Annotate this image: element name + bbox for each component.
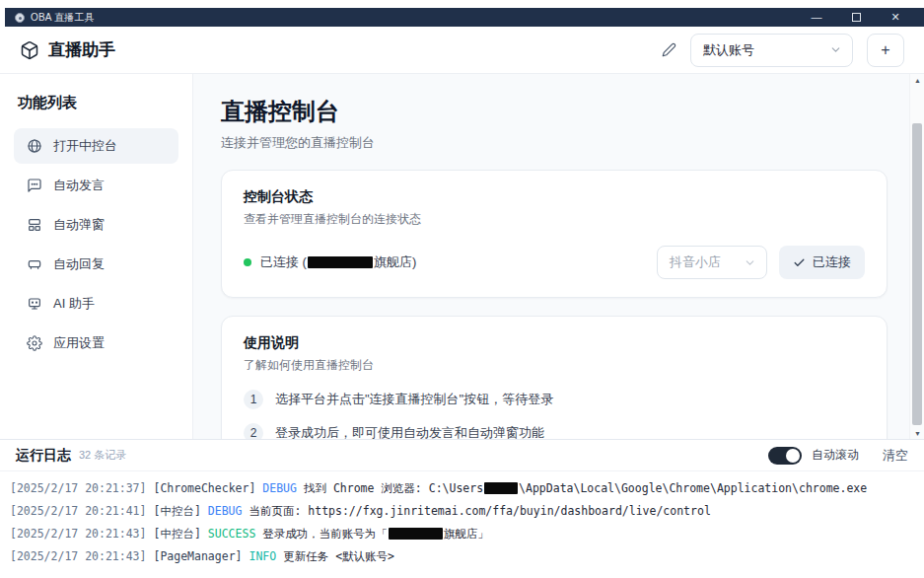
content-subtitle: 连接并管理您的直播控制台 <box>221 134 893 152</box>
status-card-heading: 控制台状态 <box>244 188 865 206</box>
sidebar-heading: 功能列表 <box>18 94 175 112</box>
log-timestamp: [2025/2/17 20:21:37] <box>10 481 146 495</box>
log-timestamp: [2025/2/17 20:21:41] <box>10 504 146 518</box>
sidebar-item-auto-reply[interactable]: 自动回复 <box>14 247 178 282</box>
sidebar-item-auto-popup[interactable]: 自动弹窗 <box>14 207 178 243</box>
sidebar-item-label: 打开中控台 <box>53 137 117 155</box>
step-text: 登录成功后，即可使用自动发言和自动弹窗功能 <box>275 424 544 439</box>
log-timestamp: [2025/2/17 20:21:43] <box>10 549 146 563</box>
clear-log-button[interactable]: 清空 <box>883 447 908 465</box>
log-source: [中控台] <box>153 504 200 518</box>
help-card-heading: 使用说明 <box>244 334 865 352</box>
globe-icon <box>27 138 42 154</box>
sidebar-item-label: 应用设置 <box>53 334 105 352</box>
platform-select[interactable]: 抖音小店 <box>657 246 767 279</box>
popup-windows-icon <box>27 217 42 233</box>
redacted-text <box>308 256 373 268</box>
scroll-down-arrow-icon[interactable]: ▼ <box>910 427 924 439</box>
log-record-count: 32 条记录 <box>79 448 126 463</box>
close-button[interactable]: ✕ <box>888 11 902 25</box>
step-number-badge: 2 <box>244 423 263 439</box>
log-level: INFO <box>249 549 277 563</box>
sidebar-item-open-console[interactable]: 打开中控台 <box>14 128 178 164</box>
sidebar-item-label: 自动回复 <box>53 255 105 273</box>
app-window: OBA 直播工具 — ✕ 直播助手 默认账号 + 功能列表 <box>0 0 924 578</box>
main-scrollbar[interactable]: ▲ ▼ <box>909 74 924 439</box>
log-lines: [2025/2/17 20:21:37][ChromeChecker]DEBUG… <box>0 471 924 574</box>
chevron-down-icon <box>744 256 756 269</box>
connected-button[interactable]: 已连接 <box>779 246 865 279</box>
scroll-up-arrow-icon[interactable]: ▲ <box>910 74 924 86</box>
account-select-value: 默认账号 <box>703 41 754 59</box>
log-message: 登录成功，当前账号为「旗舰店」 <box>262 527 489 541</box>
log-source: [中控台] <box>153 527 200 541</box>
log-title: 运行日志 <box>16 447 71 465</box>
log-message: 找到 Chrome 浏览器: C:\Users\AppData\Local\Go… <box>304 481 867 495</box>
connected-button-label: 已连接 <box>813 253 851 271</box>
scrollbar-thumb[interactable] <box>912 123 922 425</box>
window-title: OBA 直播工具 <box>31 11 95 25</box>
log-entry: [2025/2/17 20:21:41][中控台]DEBUG当前页面: http… <box>10 500 914 523</box>
app-icon <box>15 13 25 23</box>
app-header: 直播助手 默认账号 + <box>0 27 924 74</box>
sidebar-item-app-settings[interactable]: 应用设置 <box>14 325 178 361</box>
maximize-icon <box>852 13 861 22</box>
chat-bubble-icon <box>27 178 42 193</box>
console-status-card: 控制台状态 查看并管理直播控制台的连接状态 已连接 (旗舰店) 抖音小店 <box>221 170 888 298</box>
platform-select-value: 抖音小店 <box>670 253 721 271</box>
add-account-button[interactable]: + <box>867 34 904 67</box>
log-entry: [2025/2/17 20:21:43][PageManager]INFO更新任… <box>10 545 914 568</box>
status-dot-connected <box>244 258 251 266</box>
connection-status-text: 已连接 (旗舰店) <box>260 253 416 271</box>
autoscroll-label: 自动滚动 <box>812 447 859 464</box>
step-number-badge: 1 <box>244 390 263 409</box>
help-card-description: 了解如何使用直播控制台 <box>244 357 865 374</box>
log-level: DEBUG <box>262 481 297 495</box>
step-text: 选择平台并点击"连接直播控制台"按钮，等待登录 <box>275 391 553 408</box>
log-source: [ChromeChecker] <box>153 481 255 495</box>
account-select[interactable]: 默认账号 <box>690 34 853 67</box>
log-message: 更新任务 <默认账号> <box>283 549 394 563</box>
redacted-text <box>389 528 443 540</box>
sidebar-item-ai-assistant[interactable]: AI 助手 <box>14 286 178 322</box>
redacted-text <box>484 482 518 494</box>
sidebar-item-label: AI 助手 <box>53 295 95 313</box>
status-card-description: 查看并管理直播控制台的连接状态 <box>244 211 865 228</box>
log-level: SUCCESS <box>208 527 255 541</box>
autoscroll-toggle[interactable] <box>768 447 802 465</box>
minimize-button[interactable]: — <box>810 11 823 25</box>
help-step: 1 选择平台并点击"连接直播控制台"按钮，等待登录 <box>244 390 865 409</box>
edit-pencil-icon[interactable] <box>662 42 676 57</box>
log-level: DEBUG <box>208 504 243 518</box>
toggle-knob <box>786 449 800 463</box>
log-header: 运行日志 32 条记录 自动滚动 清空 <box>0 440 924 471</box>
help-step: 2 登录成功后，即可使用自动发言和自动弹窗功能 <box>244 423 865 439</box>
monitor-icon <box>27 296 42 312</box>
auto-reply-icon <box>27 256 42 272</box>
log-entry: [2025/2/17 20:21:43][中控台]SUCCESS登录成功，当前账… <box>10 523 914 545</box>
chevron-down-icon <box>829 43 842 56</box>
main-content: 直播控制台 连接并管理您的直播控制台 控制台状态 查看并管理直播控制台的连接状态… <box>193 74 909 439</box>
log-panel: 运行日志 32 条记录 自动滚动 清空 [2025/2/17 20:21:37]… <box>0 439 924 578</box>
page-title: 直播助手 <box>48 38 115 61</box>
sidebar: 功能列表 打开中控台 自动发言 自动弹窗 自动回复 AI 助手 <box>0 74 193 439</box>
sidebar-item-auto-speak[interactable]: 自动发言 <box>14 168 178 203</box>
window-titlebar: OBA 直播工具 — ✕ <box>5 8 924 27</box>
content-title: 直播控制台 <box>221 96 893 127</box>
check-icon <box>793 256 806 269</box>
log-source: [PageManager] <box>153 549 242 563</box>
sidebar-item-label: 自动弹窗 <box>53 216 105 234</box>
log-entry: [2025/2/17 20:21:37][ChromeChecker]DEBUG… <box>10 477 914 500</box>
gear-icon <box>27 335 42 351</box>
package-icon <box>20 40 39 60</box>
usage-help-card: 使用说明 了解如何使用直播控制台 1 选择平台并点击"连接直播控制台"按钮，等待… <box>221 316 888 439</box>
log-message: 当前页面: https://fxg.jinritemai.com/ffa/buy… <box>249 504 710 518</box>
maximize-button[interactable] <box>849 11 863 25</box>
sidebar-item-label: 自动发言 <box>53 177 105 194</box>
log-timestamp: [2025/2/17 20:21:43] <box>10 527 146 541</box>
